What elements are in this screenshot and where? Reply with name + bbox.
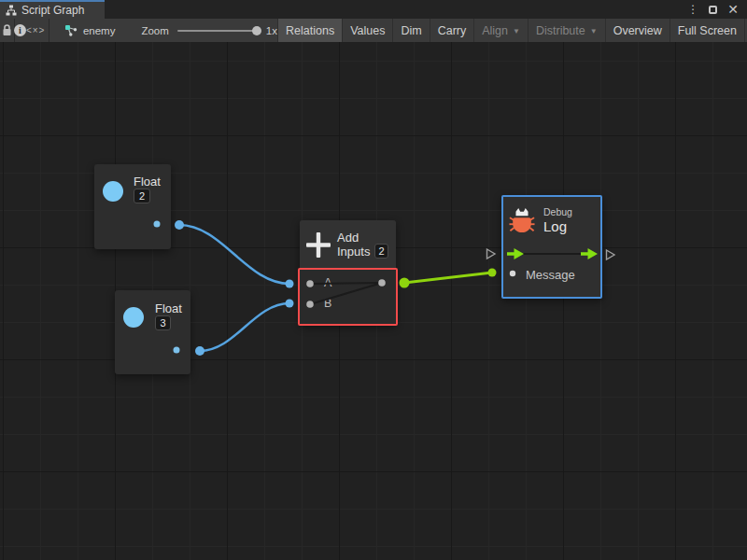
node-category: Debug <box>543 206 572 217</box>
info-button[interactable]: i <box>14 19 26 42</box>
wire-dot[interactable] <box>286 300 294 308</box>
wire-dot[interactable] <box>400 278 410 288</box>
graph-toolbar: i <×> enemy Zoom 1x Relations <box>0 19 747 42</box>
toolbar-buttons: Relations Values Dim Carry Align ▼ Distr… <box>277 19 747 42</box>
tab-bar: Script Graph ⋮ ✕ <box>0 0 747 19</box>
script-graph-icon <box>6 5 17 16</box>
full-screen-button[interactable]: Full Screen <box>669 19 744 42</box>
distribute-dropdown[interactable]: Distribute ▼ <box>528 19 605 42</box>
node-float-2[interactable]: Float 3 <box>115 290 190 374</box>
graph-reference-label: enemy <box>83 25 116 36</box>
node-float-1[interactable]: Float 2 <box>94 164 171 249</box>
node-add[interactable]: Add Inputs 2 A B <box>300 220 396 325</box>
graph-canvas[interactable]: Float 2 Float 3 Add Inputs 2 A B <box>0 42 747 560</box>
node-title: Float <box>155 301 182 315</box>
dim-button[interactable]: Dim <box>392 19 429 42</box>
window-controls: ⋮ ✕ <box>687 0 747 19</box>
float-value-field[interactable]: 2 <box>134 189 150 203</box>
zoom-value: 1x <box>266 25 277 36</box>
lock-icon <box>2 24 12 36</box>
graph-reference-button[interactable]: enemy <box>49 19 116 42</box>
graph-reference-icon <box>64 24 78 37</box>
align-dropdown[interactable]: Align ▼ <box>473 19 528 42</box>
wire-add-to-debug-message[interactable] <box>404 273 492 283</box>
tab-script-graph[interactable]: Script Graph <box>0 0 105 19</box>
zoom-control: Zoom 1x <box>141 19 277 42</box>
node-title: Log <box>543 218 567 234</box>
plus-icon <box>306 232 331 258</box>
wire-dot[interactable] <box>286 280 294 288</box>
info-icon: i <box>14 24 26 36</box>
wire-dot[interactable] <box>488 269 497 277</box>
lock-button[interactable] <box>0 19 14 42</box>
window-menu-button[interactable]: ⋮ <box>687 4 698 15</box>
float-type-icon <box>103 181 123 202</box>
wire-float2-to-add-b[interactable] <box>200 303 289 351</box>
zoom-slider[interactable] <box>177 30 258 32</box>
wire-dot[interactable] <box>195 346 204 356</box>
port-control-input-triangle[interactable] <box>487 249 496 259</box>
zoom-label: Zoom <box>141 25 168 36</box>
chevron-down-icon: ▼ <box>590 27 598 35</box>
node-debug-log[interactable]: Debug Log Message <box>501 195 602 299</box>
tab-label: Script Graph <box>21 4 84 17</box>
values-button[interactable]: Values <box>342 19 392 42</box>
float-type-icon <box>123 307 144 328</box>
wire-dot[interactable] <box>175 220 184 230</box>
zoom-slider-knob[interactable] <box>252 26 261 35</box>
bug-icon <box>509 206 535 234</box>
wire-float1-to-add-a[interactable] <box>179 225 289 284</box>
code-view-icon: <×> <box>26 25 46 35</box>
inputs-count-field[interactable]: 2 <box>374 244 388 259</box>
add-node-header: Add Inputs 2 <box>300 220 396 270</box>
node-title: Float <box>134 175 161 189</box>
port-a-label: A <box>324 276 331 289</box>
script-graph-window: Script Graph ⋮ ✕ i <×> <box>0 0 747 560</box>
code-view-button[interactable]: <×> <box>26 19 46 42</box>
message-port-label: Message <box>526 268 575 282</box>
carry-button[interactable]: Carry <box>430 19 474 42</box>
overview-button[interactable]: Overview <box>605 19 669 42</box>
chevron-down-icon: ▼ <box>513 27 520 35</box>
node-subtitle: Inputs <box>337 245 370 259</box>
relations-button[interactable]: Relations <box>277 19 342 42</box>
close-button[interactable]: ✕ <box>727 3 739 16</box>
float-value-field[interactable]: 3 <box>155 315 171 330</box>
port-b-label: B <box>324 297 331 310</box>
node-title: Add <box>337 231 359 245</box>
add-node-body: A B <box>300 270 396 325</box>
maximize-button[interactable] <box>709 6 717 14</box>
port-control-output-triangle[interactable] <box>607 250 615 259</box>
